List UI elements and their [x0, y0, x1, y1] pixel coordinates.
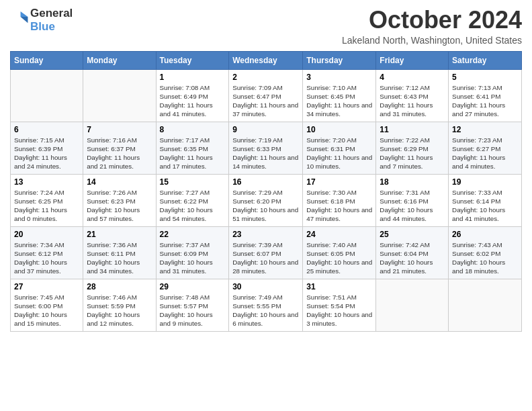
calendar-cell: 25Sunrise: 7:42 AMSunset: 6:04 PMDayligh… [376, 226, 449, 279]
day-info: Sunrise: 7:29 AMSunset: 6:20 PMDaylight:… [232, 188, 299, 224]
day-number: 29 [160, 282, 226, 291]
calendar-header-row: SundayMondayTuesdayWednesdayThursdayFrid… [11, 51, 522, 69]
day-info: Sunrise: 7:31 AMSunset: 6:16 PMDaylight:… [380, 188, 445, 224]
day-info: Sunrise: 7:26 AMSunset: 6:23 PMDaylight:… [87, 188, 152, 224]
day-number: 7 [87, 125, 152, 134]
calendar-cell: 22Sunrise: 7:37 AMSunset: 6:09 PMDayligh… [156, 226, 229, 279]
calendar-week-row: 13Sunrise: 7:24 AMSunset: 6:25 PMDayligh… [11, 174, 522, 226]
day-header-wednesday: Wednesday [229, 51, 303, 69]
calendar-cell: 29Sunrise: 7:48 AMSunset: 5:57 PMDayligh… [156, 279, 229, 331]
day-number: 10 [306, 125, 372, 134]
day-number: 30 [232, 282, 299, 291]
day-info: Sunrise: 7:10 AMSunset: 6:45 PMDaylight:… [306, 83, 372, 119]
day-info: Sunrise: 7:49 AMSunset: 5:55 PMDaylight:… [232, 293, 299, 328]
day-number: 1 [160, 73, 226, 82]
calendar-cell: 16Sunrise: 7:29 AMSunset: 6:20 PMDayligh… [229, 174, 303, 226]
day-info: Sunrise: 7:24 AMSunset: 6:25 PMDaylight:… [14, 188, 79, 224]
day-header-sunday: Sunday [11, 51, 83, 69]
day-info: Sunrise: 7:15 AMSunset: 6:39 PMDaylight:… [14, 136, 79, 171]
calendar-cell [11, 69, 83, 122]
day-number: 20 [14, 230, 79, 239]
calendar-table: SundayMondayTuesdayWednesdayThursdayFrid… [10, 51, 522, 332]
calendar-cell: 4Sunrise: 7:12 AMSunset: 6:43 PMDaylight… [376, 69, 449, 122]
day-info: Sunrise: 7:16 AMSunset: 6:37 PMDaylight:… [87, 136, 152, 171]
day-number: 5 [452, 73, 518, 82]
day-info: Sunrise: 7:23 AMSunset: 6:27 PMDaylight:… [452, 136, 518, 171]
calendar-cell: 14Sunrise: 7:26 AMSunset: 6:23 PMDayligh… [83, 174, 156, 226]
day-header-friday: Friday [376, 51, 449, 69]
day-info: Sunrise: 7:12 AMSunset: 6:43 PMDaylight:… [380, 83, 445, 119]
day-number: 2 [232, 73, 299, 82]
day-number: 31 [306, 282, 372, 291]
day-number: 12 [452, 125, 518, 134]
day-info: Sunrise: 7:45 AMSunset: 6:00 PMDaylight:… [14, 293, 79, 328]
title-block: October 2024 Lakeland North, Washington,… [342, 7, 522, 46]
month-title: October 2024 [342, 7, 522, 34]
day-number: 16 [232, 177, 299, 187]
svg-marker-1 [21, 16, 28, 22]
day-info: Sunrise: 7:42 AMSunset: 6:04 PMDaylight:… [380, 240, 445, 276]
logo: General Blue [10, 7, 73, 33]
day-number: 11 [380, 125, 445, 134]
calendar-cell: 27Sunrise: 7:45 AMSunset: 6:00 PMDayligh… [11, 279, 83, 331]
day-number: 22 [160, 230, 226, 239]
calendar-cell: 19Sunrise: 7:33 AMSunset: 6:14 PMDayligh… [449, 174, 522, 226]
day-info: Sunrise: 7:48 AMSunset: 5:57 PMDaylight:… [160, 293, 226, 328]
svg-marker-0 [21, 11, 28, 17]
calendar-cell [376, 279, 449, 331]
day-info: Sunrise: 7:33 AMSunset: 6:14 PMDaylight:… [452, 188, 518, 224]
day-info: Sunrise: 7:37 AMSunset: 6:09 PMDaylight:… [160, 240, 226, 276]
calendar-cell: 10Sunrise: 7:20 AMSunset: 6:31 PMDayligh… [303, 122, 376, 174]
calendar-cell: 6Sunrise: 7:15 AMSunset: 6:39 PMDaylight… [11, 122, 83, 174]
day-number: 4 [380, 73, 445, 82]
day-info: Sunrise: 7:22 AMSunset: 6:29 PMDaylight:… [380, 136, 445, 171]
calendar-week-row: 27Sunrise: 7:45 AMSunset: 6:00 PMDayligh… [11, 279, 522, 331]
calendar-cell: 30Sunrise: 7:49 AMSunset: 5:55 PMDayligh… [229, 279, 303, 331]
day-info: Sunrise: 7:30 AMSunset: 6:18 PMDaylight:… [306, 188, 372, 224]
day-number: 23 [232, 230, 299, 239]
calendar-cell: 3Sunrise: 7:10 AMSunset: 6:45 PMDaylight… [303, 69, 376, 122]
day-number: 18 [380, 177, 445, 187]
calendar-cell: 24Sunrise: 7:40 AMSunset: 6:05 PMDayligh… [303, 226, 376, 279]
calendar-cell: 18Sunrise: 7:31 AMSunset: 6:16 PMDayligh… [376, 174, 449, 226]
logo-icon [10, 9, 29, 28]
day-info: Sunrise: 7:46 AMSunset: 5:59 PMDaylight:… [87, 293, 152, 328]
calendar-cell: 11Sunrise: 7:22 AMSunset: 6:29 PMDayligh… [376, 122, 449, 174]
calendar-cell: 7Sunrise: 7:16 AMSunset: 6:37 PMDaylight… [83, 122, 156, 174]
day-info: Sunrise: 7:09 AMSunset: 6:47 PMDaylight:… [232, 83, 299, 119]
day-header-saturday: Saturday [449, 51, 522, 69]
calendar-cell: 2Sunrise: 7:09 AMSunset: 6:47 PMDaylight… [229, 69, 303, 122]
day-number: 26 [452, 230, 518, 239]
day-info: Sunrise: 7:51 AMSunset: 5:54 PMDaylight:… [306, 293, 372, 328]
day-number: 28 [87, 282, 152, 291]
day-info: Sunrise: 7:34 AMSunset: 6:12 PMDaylight:… [14, 240, 79, 276]
day-info: Sunrise: 7:08 AMSunset: 6:49 PMDaylight:… [160, 83, 226, 119]
day-number: 3 [306, 73, 372, 82]
day-info: Sunrise: 7:13 AMSunset: 6:41 PMDaylight:… [452, 83, 518, 119]
calendar-week-row: 6Sunrise: 7:15 AMSunset: 6:39 PMDaylight… [11, 122, 522, 174]
day-number: 21 [87, 230, 152, 239]
day-number: 27 [14, 282, 79, 291]
day-number: 14 [87, 177, 152, 187]
calendar-week-row: 1Sunrise: 7:08 AMSunset: 6:49 PMDaylight… [11, 69, 522, 122]
day-header-thursday: Thursday [303, 51, 376, 69]
calendar-cell: 8Sunrise: 7:17 AMSunset: 6:35 PMDaylight… [156, 122, 229, 174]
day-number: 25 [380, 230, 445, 239]
calendar-cell: 9Sunrise: 7:19 AMSunset: 6:33 PMDaylight… [229, 122, 303, 174]
calendar-cell: 21Sunrise: 7:36 AMSunset: 6:11 PMDayligh… [83, 226, 156, 279]
calendar-cell: 31Sunrise: 7:51 AMSunset: 5:54 PMDayligh… [303, 279, 376, 331]
calendar-cell [449, 279, 522, 331]
calendar-cell: 13Sunrise: 7:24 AMSunset: 6:25 PMDayligh… [11, 174, 83, 226]
calendar-cell: 23Sunrise: 7:39 AMSunset: 6:07 PMDayligh… [229, 226, 303, 279]
day-info: Sunrise: 7:17 AMSunset: 6:35 PMDaylight:… [160, 136, 226, 171]
day-info: Sunrise: 7:27 AMSunset: 6:22 PMDaylight:… [160, 188, 226, 224]
day-number: 19 [452, 177, 518, 187]
calendar-cell: 1Sunrise: 7:08 AMSunset: 6:49 PMDaylight… [156, 69, 229, 122]
calendar-cell: 5Sunrise: 7:13 AMSunset: 6:41 PMDaylight… [449, 69, 522, 122]
day-number: 17 [306, 177, 372, 187]
calendar-cell: 26Sunrise: 7:43 AMSunset: 6:02 PMDayligh… [449, 226, 522, 279]
day-number: 6 [14, 125, 79, 134]
day-info: Sunrise: 7:19 AMSunset: 6:33 PMDaylight:… [232, 136, 299, 171]
day-header-tuesday: Tuesday [156, 51, 229, 69]
calendar-cell: 20Sunrise: 7:34 AMSunset: 6:12 PMDayligh… [11, 226, 83, 279]
